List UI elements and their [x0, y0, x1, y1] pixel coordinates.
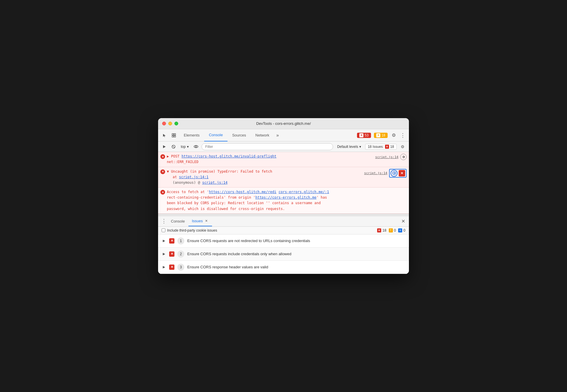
svg-rect-0: [172, 134, 174, 135]
issue-err-badge-2: ✕: [169, 251, 174, 257]
script-link-1[interactable]: script.js:14: [375, 155, 398, 159]
tab-network[interactable]: Network: [251, 129, 274, 141]
issue-err-icon: ✕: [377, 228, 381, 232]
issue-warn-count: ! 0: [389, 228, 396, 232]
minimize-button[interactable]: [168, 122, 172, 125]
cors-line4: password, which is disallowed for cross-…: [167, 206, 407, 212]
post-url-link[interactable]: https://cors-host.glitch.me/invalid-pref…: [182, 154, 276, 158]
cors-line2: rect-containing-credentials' from origin…: [167, 195, 407, 200]
log-levels-dropdown[interactable]: Default levels ▾: [335, 144, 363, 149]
console-row-cors-error: ✕ Access to fetch at 'https://cors-host.…: [158, 188, 409, 214]
bottom-panel: ⋮ Console Issues ✕ ✕ Include third-party…: [158, 216, 409, 274]
typeerror-line1: ▼ Uncaught (in promise) TypeError: Faile…: [167, 169, 362, 174]
console-row-2-content: ▼ Uncaught (in promise) TypeError: Faile…: [167, 169, 362, 186]
traffic-lights: [162, 122, 178, 125]
tab-bottom-issues[interactable]: Issues ✕: [188, 216, 212, 226]
issue-warn-icon: !: [389, 228, 393, 232]
block-icon[interactable]: [170, 143, 177, 150]
third-party-cookie-checkbox-label[interactable]: Include third-party cookie issues: [162, 228, 217, 232]
error-count-badge[interactable]: ✕ 53: [357, 133, 371, 138]
close-button[interactable]: [162, 122, 166, 125]
svg-rect-3: [174, 136, 176, 137]
typeerror-line3: (anonymous) @ script.js:14: [167, 180, 362, 186]
console-settings-icon[interactable]: ⚙: [398, 143, 407, 151]
tab-console[interactable]: Console: [204, 129, 228, 141]
issue-error-count: ✕ 18: [377, 228, 386, 232]
expand-arrow-1[interactable]: ▶: [163, 239, 166, 243]
issues-error-icon: ✕: [385, 145, 389, 149]
dismiss-error-button[interactable]: ✕: [399, 170, 405, 176]
console-row-3-content: Access to fetch at 'https://cors-host.gl…: [167, 189, 407, 212]
third-party-cookie-checkbox[interactable]: [162, 228, 165, 232]
svg-marker-4: [163, 145, 166, 148]
issues-count-summary: ✕ 18 ! 0 ≡ 0: [377, 228, 405, 232]
circle-arrow-icon[interactable]: [391, 170, 398, 177]
issue-row-1[interactable]: ▶ ✕ 1 Ensure CORS requests are not redir…: [158, 235, 409, 248]
cors-origin-link[interactable]: https://cors-errors.glitch.me: [255, 195, 316, 200]
post-error-line2: net::ERR_FAILED: [167, 159, 373, 165]
close-issues-tab-button[interactable]: ✕: [204, 218, 209, 223]
typeerror-line2: at script.js:14:1: [167, 174, 362, 180]
main-toolbar: Elements Console Sources Network » ✕ 53 …: [158, 129, 409, 141]
issue-info-count: ≡ 0: [398, 228, 405, 232]
tab-sources[interactable]: Sources: [228, 129, 251, 141]
titlebar: DevTools - cors-errors.glitch.me/: [158, 118, 409, 129]
svg-point-8: [195, 146, 197, 147]
bottom-tab-bar: ⋮ Console Issues ✕ ✕: [158, 216, 409, 227]
cors-line1: Access to fetch at 'https://cors-host.gl…: [167, 189, 407, 195]
window-title: DevTools - cors-errors.glitch.me/: [256, 121, 311, 126]
issue-text-2: Ensure CORS requests include credentials…: [187, 252, 291, 256]
devtools-window: DevTools - cors-errors.glitch.me/ Elemen…: [158, 118, 409, 274]
more-tabs-button[interactable]: »: [274, 129, 281, 141]
inspect-icon[interactable]: [170, 131, 178, 139]
navigate-icon-1[interactable]: [400, 154, 407, 160]
highlighted-action-box: ✕: [389, 169, 407, 178]
maximize-button[interactable]: [174, 122, 178, 125]
bottom-more-options-icon[interactable]: ⋮: [160, 218, 167, 225]
issue-info-icon: ≡: [398, 228, 402, 232]
issue-text-1: Ensure CORS requests are not redirected …: [187, 239, 310, 243]
error-icon-3: ✕: [160, 190, 165, 195]
eye-icon[interactable]: [192, 143, 200, 150]
svg-line-6: [172, 146, 175, 148]
levels-arrow-icon: ▾: [359, 145, 361, 149]
context-selector[interactable]: top ▾: [179, 144, 190, 149]
cors-source-link[interactable]: cors-errors.glitch.me/:1: [279, 190, 329, 194]
row1-right: script.js:14: [375, 154, 407, 160]
more-options-icon[interactable]: ⋮: [399, 132, 407, 139]
expand-arrow-3[interactable]: ▶: [163, 265, 166, 269]
issues-toolbar: Include third-party cookie issues ✕ 18 !…: [158, 227, 409, 235]
cors-url-link[interactable]: https://cors-host.glitch.me/redi: [209, 190, 276, 194]
expand-arrow-2[interactable]: ▶: [163, 252, 166, 256]
script-link-2[interactable]: script.js:14: [364, 171, 387, 175]
error-x-icon: ✕: [359, 133, 363, 137]
warning-x-icon: ✕: [376, 133, 380, 137]
play-icon[interactable]: [160, 143, 168, 150]
issue-number-1: 1: [177, 237, 184, 244]
filter-input[interactable]: [202, 143, 333, 150]
warning-count-badge[interactable]: ✕ 18: [374, 133, 388, 138]
anonymous-link[interactable]: script.js:14: [202, 181, 228, 185]
script-at-link[interactable]: script.js:14:1: [179, 175, 209, 179]
dropdown-arrow-icon: ▾: [187, 145, 189, 149]
settings-icon[interactable]: ⚙: [390, 131, 398, 139]
issue-text-3: Ensure CORS response header values are v…: [187, 265, 268, 269]
issue-err-badge-1: ✕: [169, 238, 174, 244]
tab-bottom-console[interactable]: Console: [167, 216, 188, 226]
cors-line3: been blocked by CORS policy: Redirect lo…: [167, 200, 407, 206]
tab-bar: Elements Console Sources Network »: [179, 129, 281, 141]
issue-number-2: 2: [177, 251, 184, 258]
error-icon-1: ✕: [160, 154, 165, 159]
svg-rect-2: [172, 136, 174, 137]
cursor-icon[interactable]: [160, 131, 169, 139]
issues-count-badge[interactable]: 18 Issues: ✕ 18: [365, 144, 397, 150]
issue-number-3: 3: [177, 264, 184, 271]
console-row-post-error: ✕ ▶ POST https://cors-host.glitch.me/inv…: [158, 152, 409, 167]
row2-right: script.js:14 ✕: [364, 169, 407, 178]
tab-elements[interactable]: Elements: [179, 129, 204, 141]
issue-row-3[interactable]: ▶ ✕ 3 Ensure CORS response header values…: [158, 261, 409, 274]
issue-row-2[interactable]: ▶ ✕ 2 Ensure CORS requests include crede…: [158, 248, 409, 261]
svg-rect-1: [174, 134, 176, 135]
close-bottom-panel-button[interactable]: ✕: [400, 218, 407, 225]
console-row-typeerror: ✕ ▼ Uncaught (in promise) TypeError: Fai…: [158, 167, 409, 188]
